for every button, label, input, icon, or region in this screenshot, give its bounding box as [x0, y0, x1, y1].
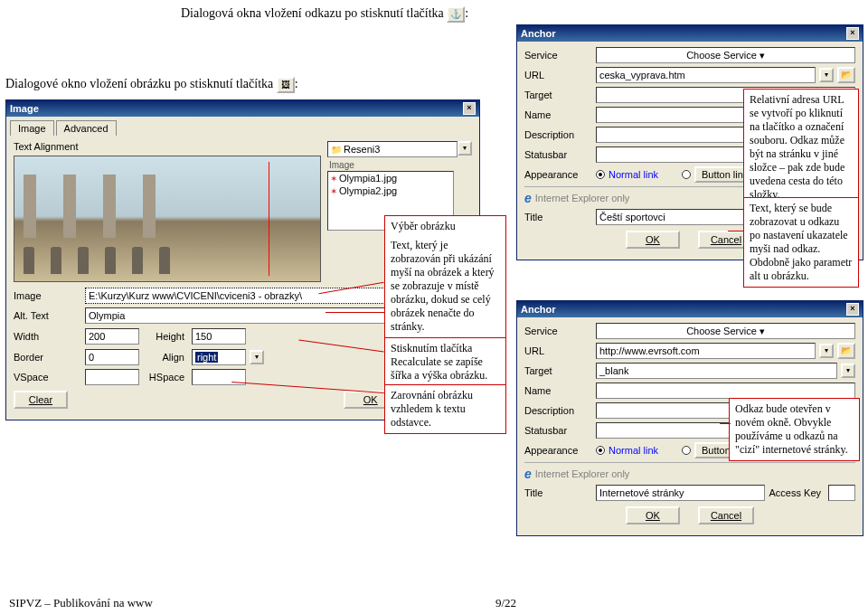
chevron-down-icon[interactable]: ▾ — [819, 344, 834, 358]
image-file-icon — [330, 185, 337, 196]
url-label: URL — [524, 70, 592, 80]
file-item: Olympia2.jpg — [328, 184, 453, 197]
browse-icon[interactable]: 📂 — [837, 343, 855, 359]
caret-indicator — [269, 162, 269, 276]
url-label: URL — [524, 345, 592, 356]
folder-icon — [331, 142, 342, 157]
target-label: Target — [524, 365, 592, 376]
service-select[interactable]: Choose Service ▾ — [596, 47, 855, 63]
close-icon[interactable]: × — [846, 27, 859, 40]
callout-image-select: Výběr obrázku Text, který je zobrazován … — [384, 215, 506, 338]
tab-advanced[interactable]: Advanced — [56, 120, 117, 136]
cancel-button[interactable]: Cancel — [698, 506, 754, 524]
folder-select[interactable]: Reseni3 — [327, 141, 458, 157]
callout-recalculate: Stisknutím tlačítka Recalculate se zapíš… — [384, 337, 506, 387]
anchor-toolbar-icon: ⚓ — [447, 6, 465, 23]
url-input[interactable]: ceska_vyprava.htm — [596, 67, 816, 83]
radio-button-link[interactable] — [682, 446, 691, 455]
image-preview — [14, 156, 321, 282]
url-input[interactable]: http://www.evrsoft.com — [596, 343, 816, 359]
caption-top-center: Dialogová okna vložení odkazu po stisknu… — [181, 6, 468, 23]
service-label: Service — [524, 50, 592, 61]
service-label: Service — [524, 326, 592, 336]
align-label: Align — [143, 352, 188, 363]
ie-icon — [524, 467, 532, 481]
title-input[interactable]: Internetové stránky — [596, 485, 765, 501]
height-input[interactable]: 150 — [192, 328, 246, 345]
anchor1-title: Anchor — [521, 28, 556, 39]
close-icon[interactable]: × — [846, 303, 859, 316]
radio-button-link[interactable] — [682, 170, 691, 179]
target-input[interactable]: _blank — [596, 363, 837, 379]
normal-link-label: Normal link — [609, 445, 658, 456]
border-input[interactable]: 0 — [85, 349, 139, 365]
callout-url: Relativní adresa URL se vytvoří po klikn… — [743, 89, 859, 206]
title-label: Title — [524, 487, 592, 498]
callout-target: Odkaz bude otevřen v novém okně. Obvykle… — [729, 398, 860, 461]
description-label: Description — [524, 129, 592, 140]
appearance-label: Appearance — [524, 169, 592, 180]
page-footer: SIPVZ – Publikování na www 9/22 — [0, 596, 868, 610]
width-label: Width — [14, 331, 81, 342]
ie-icon — [524, 191, 532, 205]
statusbar-label: Statusbar — [524, 425, 592, 436]
ok-button[interactable]: OK — [626, 506, 680, 524]
browse-icon[interactable]: 📂 — [837, 67, 855, 83]
target-label: Target — [524, 90, 592, 100]
ie-only-label: Internet Explorer only — [535, 468, 630, 479]
anchor2-title: Anchor — [521, 304, 556, 315]
chevron-down-icon[interactable]: ▾ — [458, 141, 472, 156]
appearance-label: Appearance — [524, 445, 592, 456]
ok-button[interactable]: OK — [626, 231, 680, 249]
chevron-down-icon[interactable]: ▾ — [819, 68, 834, 82]
chevron-down-icon[interactable]: ▾ — [250, 350, 264, 364]
service-select[interactable]: Choose Service ▾ — [596, 323, 855, 339]
access-key-input[interactable] — [828, 485, 855, 501]
align-input[interactable]: right — [192, 349, 246, 365]
callout-title: Text, který se bude zobrazovat u odkazu … — [743, 197, 859, 288]
image-path-label: Image — [14, 290, 81, 301]
chevron-down-icon[interactable]: ▾ — [841, 364, 855, 378]
vspace-label: VSpace — [14, 372, 81, 383]
description-label: Description — [524, 405, 592, 416]
image-toolbar-icon: 🖼 — [277, 77, 295, 93]
close-icon[interactable]: × — [463, 102, 476, 115]
title-label: Title — [524, 212, 592, 222]
height-label: Height — [143, 331, 188, 342]
folder-sub-label: Image — [327, 159, 472, 171]
normal-link-label: Normal link — [609, 169, 658, 180]
text-alignment-label: Text Alignment — [14, 141, 81, 152]
name-label: Name — [524, 385, 592, 396]
tab-image[interactable]: Image — [10, 120, 54, 136]
alt-text-label: Alt. Text — [14, 310, 81, 321]
hspace-label: HSpace — [143, 372, 188, 383]
name-input[interactable] — [596, 383, 855, 399]
radio-normal-link[interactable] — [596, 446, 605, 455]
image-file-icon — [330, 173, 337, 184]
statusbar-label: Statusbar — [524, 149, 592, 160]
caption-top-left: Dialogové okno vložení obrázku po stiskn… — [5, 77, 298, 93]
vspace-input[interactable] — [85, 369, 139, 385]
radio-normal-link[interactable] — [596, 170, 605, 179]
ie-only-label: Internet Explorer only — [535, 193, 630, 203]
file-item: Olympia1.jpg — [328, 172, 453, 184]
name-label: Name — [524, 109, 592, 120]
width-input[interactable]: 200 — [85, 328, 139, 345]
access-key-label: Access Key — [769, 487, 825, 498]
clear-button[interactable]: Clear — [14, 391, 68, 409]
callout-align: Zarovnání obrázku vzhledem k textu odsta… — [384, 384, 506, 434]
border-label: Border — [14, 352, 81, 363]
image-dialog-title: Image — [10, 103, 39, 114]
